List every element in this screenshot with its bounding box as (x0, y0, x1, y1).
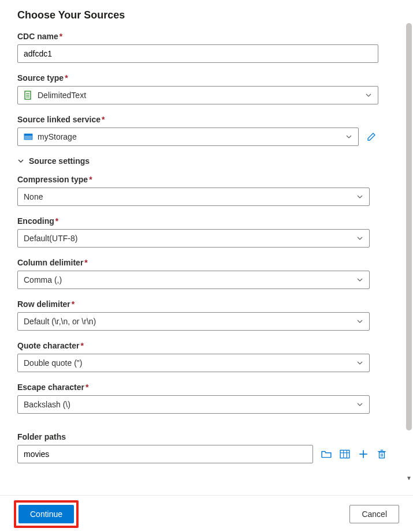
field-source-linked-service: Source linked service* myStorage (17, 115, 396, 146)
source-type-label: Source type* (17, 73, 396, 83)
required-asterisk: * (102, 115, 105, 124)
form-scroll-area[interactable]: Choose Your Sources CDC name* Source typ… (0, 0, 413, 495)
field-quote-character: Quote character* Double quote (") (17, 341, 396, 372)
row-delimiter-label: Row delimiter* (17, 299, 396, 309)
escape-character-label: Escape character* (17, 383, 396, 392)
row-delimiter-value: Default (\r,\n, or \r\n) (24, 317, 356, 326)
compression-type-select[interactable]: None (17, 188, 370, 206)
source-settings-toggle[interactable]: Source settings (17, 156, 396, 166)
cdc-name-input[interactable] (17, 44, 378, 63)
folder-paths-label: Folder paths (17, 432, 396, 441)
required-asterisk: * (59, 32, 62, 41)
required-asterisk: * (85, 383, 88, 392)
scrollbar-thumb[interactable] (406, 23, 412, 430)
label-text: CDC name (17, 32, 58, 41)
field-compression-type: Compression type* None (17, 175, 396, 206)
required-asterisk: * (80, 341, 83, 350)
scroll-down-arrow[interactable]: ▼ (405, 475, 412, 481)
escape-character-value: Backslash (\) (24, 400, 356, 409)
field-row-delimiter: Row delimiter* Default (\r,\n, or \r\n) (17, 299, 396, 331)
continue-button[interactable]: Continue (18, 505, 74, 523)
quote-character-select[interactable]: Double quote (") (17, 354, 370, 372)
chevron-down-icon (17, 158, 24, 164)
chevron-down-icon (356, 401, 363, 408)
field-folder-paths: Folder paths (17, 432, 396, 463)
source-linked-service-value: myStorage (38, 132, 345, 141)
footer: Continue Cancel (0, 495, 413, 532)
label-text: Compression type (17, 175, 88, 184)
source-type-value: DelimitedText (38, 91, 365, 100)
quote-character-label: Quote character* (17, 341, 396, 350)
required-asterisk: * (84, 258, 87, 267)
label-text: Column delimiter (17, 258, 83, 267)
browse-folder-button[interactable] (321, 449, 332, 459)
add-path-button[interactable] (358, 449, 369, 459)
delimitedtext-icon (24, 91, 33, 100)
chevron-down-icon (365, 92, 372, 99)
field-column-delimiter: Column delimiter* Comma (,) (17, 258, 396, 289)
preview-data-button[interactable] (340, 449, 350, 459)
required-asterisk: * (72, 299, 75, 309)
label-text: Source type (17, 73, 64, 83)
compression-type-value: None (24, 192, 356, 201)
svg-rect-6 (340, 450, 349, 458)
label-text: Encoding (17, 216, 54, 226)
source-type-select[interactable]: DelimitedText (17, 86, 378, 104)
chevron-down-icon (356, 359, 363, 366)
folder-paths-input[interactable] (17, 445, 313, 463)
required-asterisk: * (89, 175, 92, 184)
label-text: Source linked service (17, 115, 101, 124)
cancel-button[interactable]: Cancel (349, 505, 399, 523)
source-settings-label: Source settings (29, 156, 90, 166)
column-delimiter-select[interactable]: Comma (,) (17, 271, 370, 289)
page-title: Choose Your Sources (17, 9, 396, 21)
chevron-down-icon (356, 193, 363, 200)
scrollbar-track[interactable] (406, 23, 412, 486)
column-delimiter-label: Column delimiter* (17, 258, 396, 267)
encoding-select[interactable]: Default(UTF-8) (17, 229, 370, 248)
svg-rect-5 (24, 134, 32, 136)
source-linked-service-select[interactable]: myStorage (17, 128, 359, 146)
required-asterisk: * (65, 73, 68, 83)
label-text: Quote character (17, 341, 79, 350)
edit-linked-service-button[interactable] (364, 130, 378, 144)
compression-type-label: Compression type* (17, 175, 396, 184)
storage-icon (24, 132, 33, 141)
quote-character-value: Double quote (") (24, 358, 356, 368)
row-delimiter-select[interactable]: Default (\r,\n, or \r\n) (17, 312, 370, 331)
chevron-down-icon (356, 276, 363, 283)
svg-rect-12 (379, 452, 385, 458)
chevron-down-icon (356, 235, 363, 242)
field-escape-character: Escape character* Backslash (\) (17, 383, 396, 414)
field-cdc-name: CDC name* (17, 32, 396, 63)
field-encoding: Encoding* Default(UTF-8) (17, 216, 396, 248)
delete-path-button[interactable] (377, 449, 387, 459)
escape-character-select[interactable]: Backslash (\) (17, 395, 370, 414)
column-delimiter-value: Comma (,) (24, 275, 356, 284)
chevron-down-icon (356, 318, 363, 325)
required-asterisk: * (55, 216, 58, 226)
continue-highlight: Continue (14, 500, 79, 528)
chevron-down-icon (345, 133, 352, 140)
field-source-type: Source type* DelimitedText (17, 73, 396, 104)
label-text: Row delimiter (17, 299, 70, 309)
source-linked-service-label: Source linked service* (17, 115, 396, 124)
label-text: Escape character (17, 383, 84, 392)
encoding-label: Encoding* (17, 216, 396, 226)
cdc-name-label: CDC name* (17, 32, 396, 41)
encoding-value: Default(UTF-8) (24, 234, 356, 243)
